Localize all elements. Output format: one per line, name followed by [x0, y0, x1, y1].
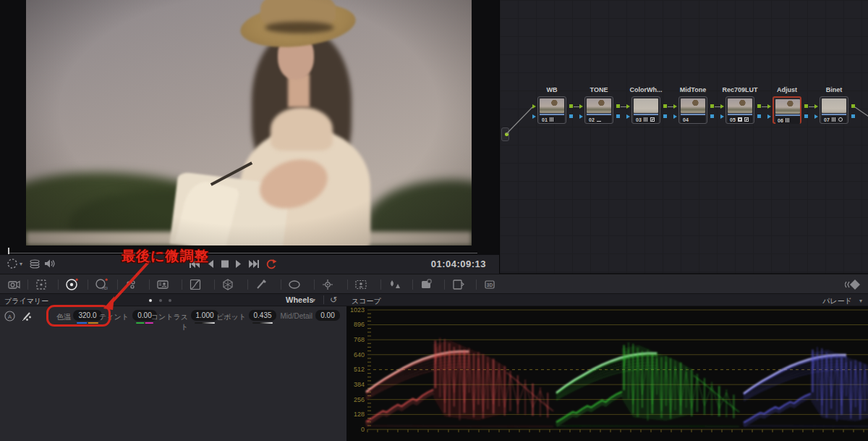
value-underline [252, 322, 273, 324]
auto-balance-icon[interactable]: A [4, 311, 15, 322]
node-06[interactable]: 06 [773, 96, 801, 124]
node-input-green [532, 104, 536, 109]
svg-text:3D: 3D [487, 282, 493, 287]
primaries-title: プライマリー [4, 296, 48, 306]
node-output-blue [851, 114, 855, 118]
node-05[interactable]: 05 [726, 96, 754, 124]
header-separator [323, 295, 324, 304]
viewer-panel [0, 0, 499, 255]
key-icon[interactable] [420, 278, 433, 291]
page-dot-1[interactable] [149, 299, 152, 302]
node-03[interactable]: 03 [631, 96, 660, 124]
wheels-mode-dropdown[interactable]: Wheels [286, 295, 314, 304]
motion-effects-icon[interactable] [156, 278, 169, 291]
node-graph-panel[interactable]: WB01TONE02ColorWh...03MidTone04Rec709LUT… [499, 0, 868, 274]
node-thumbnail [822, 98, 846, 113]
node-divider [540, 114, 564, 115]
node-footer: 03 [634, 116, 658, 123]
reset-all-icon[interactable]: ↺ [330, 295, 337, 304]
chevron-down-icon: ▾ [859, 298, 862, 304]
node-input-blue [626, 114, 630, 119]
bars-badge-icon [550, 117, 554, 122]
qualifier-icon[interactable] [255, 278, 268, 291]
magic-mask-icon[interactable] [354, 278, 367, 291]
node-thumbnail [540, 98, 564, 113]
node-label: TONE [574, 86, 624, 93]
play-button[interactable] [236, 259, 242, 269]
white-balance-picker-icon[interactable] [21, 311, 33, 322]
node-input-green [720, 104, 724, 109]
annotation-highlight-box [46, 305, 111, 327]
scope-mode-dropdown[interactable]: パレード [822, 296, 852, 306]
viewer-scrubber[interactable] [9, 253, 477, 253]
grade-bypass-icon[interactable] [7, 258, 18, 269]
node-label: WB [527, 86, 577, 93]
video-preview [26, 0, 472, 245]
node-output-blue [663, 114, 667, 118]
dropdown-chevron-icon[interactable]: ▾ [20, 261, 22, 267]
sizing-icon[interactable] [451, 278, 464, 291]
color-wheels-icon[interactable] [65, 278, 78, 291]
audio-mute-icon[interactable] [43, 258, 56, 269]
scrubber-playhead[interactable] [8, 248, 9, 254]
scope-title: スコープ [352, 296, 381, 306]
node-07[interactable]: 07 [820, 96, 848, 124]
adjustment-label: Mid/Detail [279, 312, 312, 320]
node-connection [621, 106, 626, 107]
node-02[interactable]: 02 [584, 96, 613, 124]
value-underline [195, 322, 215, 324]
scope-header: スコープ パレード ▾ [347, 294, 868, 306]
adjustment-value[interactable]: 0.435 [249, 310, 276, 321]
window-badge-icon [650, 117, 655, 122]
camera-raw-icon[interactable] [7, 278, 20, 291]
image-wipe-icon[interactable] [29, 258, 41, 269]
adjustment-value[interactable]: 0.00 [315, 310, 340, 321]
stop-button[interactable] [221, 259, 229, 269]
node-output-green [757, 104, 761, 108]
node-01[interactable]: 01 [537, 96, 566, 124]
node-input-green [579, 104, 583, 109]
node-04[interactable]: 04 [678, 96, 707, 124]
node-footer: 07 [822, 116, 846, 123]
toolbar-separator [27, 280, 28, 290]
power-window-icon[interactable] [288, 278, 301, 291]
loop-button[interactable] [265, 258, 277, 270]
node-footer: 06 [775, 117, 800, 124]
color-match-icon[interactable] [35, 278, 48, 291]
node-output-blue [757, 114, 761, 118]
rgb-mixer-icon[interactable] [124, 278, 137, 291]
keyframe-panel-icon[interactable] [845, 279, 862, 290]
hdr-wheels-icon[interactable]: HDR [95, 278, 108, 291]
page-dot-2[interactable] [159, 299, 162, 302]
node-label: Binet [809, 86, 859, 93]
node-input-green [673, 104, 677, 109]
node-footer: 05 [728, 116, 752, 123]
node-input-blue [579, 114, 583, 119]
node-label: ColorWh... [621, 86, 671, 93]
source-node[interactable] [501, 127, 509, 141]
node-footer: 01 [540, 116, 564, 123]
toolbar-separator [444, 280, 445, 290]
annotation-text: 最後に微調整 [122, 247, 208, 266]
blur-icon[interactable] [388, 278, 401, 291]
node-connection [715, 106, 720, 107]
toolbar-separator [117, 280, 118, 290]
node-divider [587, 114, 611, 115]
svg-text:HDR: HDR [102, 286, 108, 290]
toolbar-separator [58, 280, 59, 290]
toolbar-separator [281, 280, 281, 290]
adjustment-label: ピボット [214, 312, 246, 322]
photo-vignette [26, 0, 472, 245]
node-divider [822, 114, 846, 115]
tracker-icon[interactable] [321, 278, 334, 291]
go-to-end-button[interactable] [249, 259, 259, 269]
node-divider [728, 114, 752, 115]
curves-icon[interactable] [189, 278, 202, 291]
toolbar-separator [247, 280, 248, 290]
node-label: MidTone [668, 86, 718, 93]
color-warper-icon[interactable] [221, 278, 234, 291]
toolbar-separator [412, 280, 413, 290]
page-dot-3[interactable] [169, 299, 171, 302]
node-divider [634, 114, 658, 115]
stereo-3d-icon[interactable]: 3D [483, 278, 496, 291]
